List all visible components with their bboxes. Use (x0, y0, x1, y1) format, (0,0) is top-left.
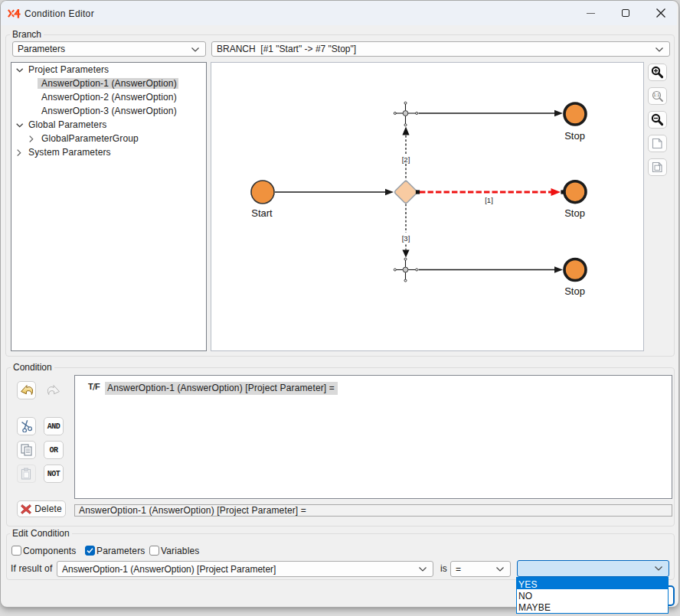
svg-text:[2]: [2] (402, 155, 410, 164)
svg-text:1:1: 1:1 (653, 93, 660, 97)
svg-text:Start: Start (251, 207, 273, 219)
svg-text:[1]: [1] (485, 196, 493, 204)
svg-text:Stop: Stop (564, 207, 585, 219)
svg-text:Stop: Stop (564, 285, 585, 297)
svg-text:Stop: Stop (564, 130, 585, 142)
svg-text:[3]: [3] (402, 234, 410, 243)
